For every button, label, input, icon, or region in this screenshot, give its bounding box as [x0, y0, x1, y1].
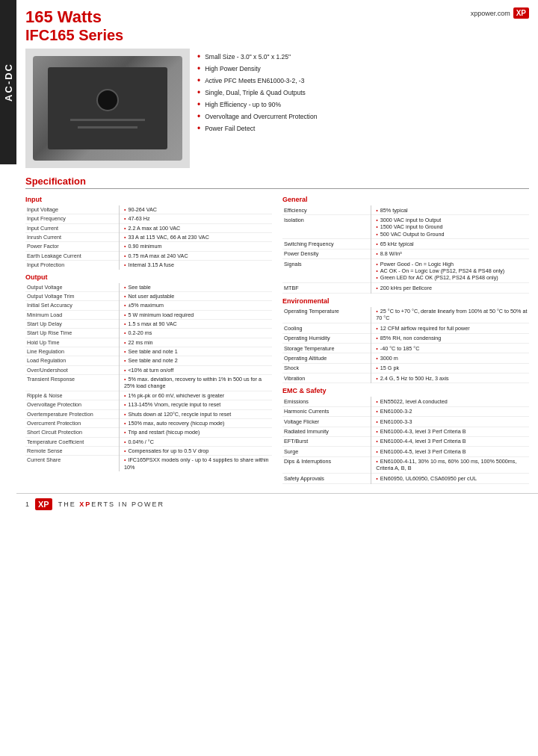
row-label: Power Density: [282, 249, 371, 258]
row-value: •113-145% Vnom, recycle input to reset: [119, 400, 272, 409]
row-label: Short Circuit Protection: [25, 428, 119, 437]
row-label: Overtemperature Protection: [25, 409, 119, 418]
row-label: Switching Frequency: [282, 239, 371, 249]
row-label: Temperature Coefficient: [25, 437, 119, 446]
table-row: Start Up Rise Time•0.2-20 ms: [25, 329, 272, 338]
row-label: Emissions: [282, 397, 371, 406]
feature-item: •Single, Dual, Triple & Quad Outputs: [197, 89, 529, 97]
row-value: •3000 VAC input to Output•1500 VAC input…: [371, 215, 529, 239]
table-row: Safety Approvals•EN60950, UL60950, CSA60…: [282, 474, 529, 483]
row-label: Start Up Rise Time: [25, 329, 119, 338]
table-row: Inrush Current•33 A at 115 VAC, 66 A at …: [25, 233, 272, 242]
header-right: xppower.com XP: [471, 7, 529, 19]
tagline-pre: THE: [58, 501, 80, 508]
table-row: Signals•Power Good - On = Logic High•AC …: [282, 259, 529, 283]
row-value: •3000 m: [371, 353, 529, 363]
product-image-placeholder: [33, 56, 182, 161]
table-row: Surge•EN61000-4-5, level 3 Perf Criteria…: [282, 447, 529, 456]
bullet-icon: •: [197, 88, 200, 97]
row-value: •Compensates for up to 0.5 V drop: [119, 446, 272, 455]
feature-item: •Overvoltage and Overcurrent Protection: [197, 113, 529, 121]
row-label: Operating Temperature: [282, 307, 371, 323]
row-label: Storage Temperature: [282, 344, 371, 353]
row-label: Output Voltage: [25, 283, 119, 292]
title-series: IFC165 Series: [25, 27, 123, 44]
feature-item: •High Efficiency - up to 90%: [197, 101, 529, 109]
table-row: Start Up Delay•1.5 s max at 90 VAC: [25, 319, 272, 328]
table-row: Power Factor•0.90 minimum: [25, 242, 272, 251]
table-row: Operating Altitude•3000 m: [282, 353, 529, 363]
row-value: •Power Good - On = Logic High•AC OK - On…: [371, 259, 529, 283]
row-value: •85% RH, non condensing: [371, 333, 529, 343]
output-table: Output Voltage•See tableOutput Voltage T…: [25, 283, 272, 472]
row-label: Surge: [282, 447, 371, 456]
row-label: EFT/Burst: [282, 436, 371, 446]
table-row: Power Density•8.8 W/in³: [282, 249, 529, 258]
row-label: Overvoltage Protection: [25, 400, 119, 409]
table-row: Operating Temperature•25 °C to +70 °C, d…: [282, 307, 529, 323]
row-value: •±5% maximum: [119, 301, 272, 310]
table-row: Voltage Flicker•EN61000-3-3: [282, 417, 529, 427]
input-table: Input Voltage•90-264 VACInput Frequency•…: [25, 205, 272, 270]
table-row: Short Circuit Protection•Trip and restar…: [25, 428, 272, 437]
table-row: Ripple & Noise•1% pk-pk or 60 mV, whiche…: [25, 391, 272, 400]
row-label: Input Frequency: [25, 214, 119, 223]
row-value: •47-63 Hz: [119, 214, 272, 223]
row-label: Dips & Interruptions: [282, 456, 371, 474]
title-block: 165 Watts IFC165 Series: [25, 7, 123, 44]
table-row: Emissions•EN55022, level A conducted: [282, 397, 529, 406]
bullet-icon: •: [197, 112, 200, 121]
product-circle-hole: [96, 89, 119, 111]
row-label: Operating Humidity: [282, 333, 371, 343]
row-label: Minimum Load: [25, 310, 119, 319]
footer-page: 1: [25, 501, 29, 508]
row-label: Input Voltage: [25, 205, 119, 214]
row-value: •EN61000-4-4, level 3 Perf Criteria B: [371, 436, 529, 446]
spec-col-right: General Efficiency•85% typicalIsolation•…: [282, 192, 529, 484]
row-value: •15 G pk: [371, 363, 529, 373]
row-value: •EN61000-3-3: [371, 417, 529, 427]
row-value: •EN61000-4-5, level 3 Perf Criteria B: [371, 447, 529, 456]
table-row: Output Voltage Trim•Not user adjustable: [25, 291, 272, 300]
table-row: Shock•15 G pk: [282, 363, 529, 373]
row-value: •-40 °C to 185 °C: [371, 344, 529, 353]
product-image: [25, 49, 190, 168]
row-label: Safety Approvals: [282, 474, 371, 483]
bullet-icon: •: [197, 100, 200, 109]
ac-dc-label: AC-DC: [3, 63, 14, 102]
table-row: Overtemperature Protection•Shuts down at…: [25, 409, 272, 418]
table-row: Dips & Interruptions•EN61000-4-11, 30% 1…: [282, 456, 529, 474]
table-row: Load Regulation•See table and note 2: [25, 356, 272, 365]
table-row: Operating Humidity•85% RH, non condensin…: [282, 333, 529, 343]
row-label: Isolation: [282, 215, 371, 239]
product-image-inner: [48, 67, 167, 149]
table-row: MTBF•200 kHrs per Bellcore: [282, 283, 529, 293]
feature-item: •High Power Density: [197, 65, 529, 73]
header-row: 165 Watts IFC165 Series xppower.com XP: [25, 7, 529, 44]
table-row: Hold Up Time•22 ms min: [25, 338, 272, 347]
table-row: Radiated Immunity•EN61000-4-3, level 3 P…: [282, 427, 529, 436]
row-value: •200 kHrs per Bellcore: [371, 283, 529, 293]
footer-xp-box: XP: [35, 498, 52, 510]
row-value: •0.75 mA max at 240 VAC: [119, 251, 272, 260]
bullet-icon: •: [197, 64, 200, 73]
general-title: General: [282, 196, 529, 203]
xp-logo: XP: [513, 7, 529, 19]
tagline-post: ERTS IN POWER: [91, 501, 164, 508]
row-value: •5 W minimum load required: [119, 310, 272, 319]
row-label: Input Protection: [25, 261, 119, 270]
row-label: Inrush Current: [25, 233, 119, 242]
row-value: •<10% at turn on/off: [119, 365, 272, 374]
table-row: Temperature Coefficient•0.04% / °C: [25, 437, 272, 446]
row-label: Input Current: [25, 223, 119, 232]
row-label: Remote Sense: [25, 446, 119, 455]
table-row: Harmonic Currents•EN61000-3-2: [282, 406, 529, 416]
row-label: Efficiency: [282, 205, 371, 215]
title-watts: 165 Watts: [25, 7, 123, 27]
table-row: Overvoltage Protection•113-145% Vnom, re…: [25, 400, 272, 409]
row-value: •1.5 s max at 90 VAC: [119, 319, 272, 328]
hero-section: •Small Size - 3.0" x 5.0" x 1.25"•High P…: [25, 49, 529, 168]
row-value: •Internal 3.15 A fuse: [119, 261, 272, 270]
emc-table: Emissions•EN55022, level A conductedHarm…: [282, 397, 529, 483]
row-label: Overcurrent Protection: [25, 418, 119, 427]
